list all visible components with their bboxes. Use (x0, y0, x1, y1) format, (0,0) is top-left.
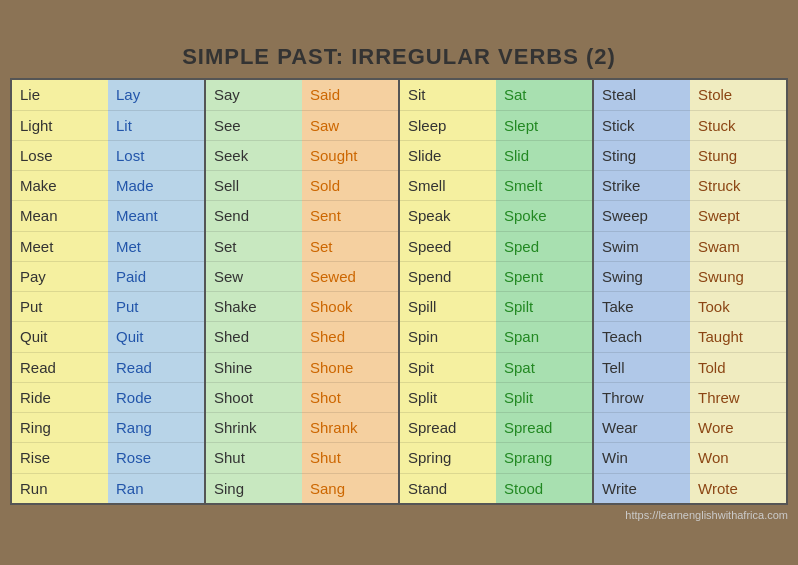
cell-col4-5: Set (302, 232, 398, 262)
column-col6: SatSleptSlidSmeltSpokeSpedSpentSpiltSpan… (496, 80, 592, 503)
cell-col8-4: Swept (690, 201, 786, 231)
cell-col7-2: Sting (594, 141, 690, 171)
cell-col4-6: Sewed (302, 262, 398, 292)
cell-col3-7: Shake (206, 292, 302, 322)
cell-col7-6: Swing (594, 262, 690, 292)
page-container: SIMPLE PAST: IRREGULAR VERBS (2) LieLigh… (0, 34, 798, 531)
column-col2: LayLitLostMadeMeantMetPaidPutQuitReadRod… (108, 80, 204, 503)
cell-col3-10: Shoot (206, 383, 302, 413)
cell-col3-2: Seek (206, 141, 302, 171)
cell-col3-11: Shrink (206, 413, 302, 443)
cell-col7-1: Stick (594, 111, 690, 141)
cell-col3-12: Shut (206, 443, 302, 473)
cell-col1-1: Light (12, 111, 108, 141)
cell-col3-9: Shine (206, 353, 302, 383)
cell-col3-4: Send (206, 201, 302, 231)
cell-col7-0: Steal (594, 80, 690, 110)
cell-col8-5: Swam (690, 232, 786, 262)
cell-col1-12: Rise (12, 443, 108, 473)
cell-col4-10: Shot (302, 383, 398, 413)
cell-col7-12: Win (594, 443, 690, 473)
cell-col3-6: Sew (206, 262, 302, 292)
cell-col7-8: Teach (594, 322, 690, 352)
cell-col4-0: Said (302, 80, 398, 110)
column-col3: SaySeeSeekSellSendSetSewShakeShedShineSh… (206, 80, 302, 503)
cell-col2-4: Meant (108, 201, 204, 231)
cell-col7-10: Throw (594, 383, 690, 413)
cell-col6-0: Sat (496, 80, 592, 110)
column-col1: LieLightLoseMakeMeanMeetPayPutQuitReadRi… (12, 80, 108, 503)
cell-col8-12: Won (690, 443, 786, 473)
cell-col2-5: Met (108, 232, 204, 262)
cell-col2-2: Lost (108, 141, 204, 171)
cell-col5-5: Speed (400, 232, 496, 262)
cell-col5-12: Spring (400, 443, 496, 473)
cell-col4-12: Shut (302, 443, 398, 473)
cell-col5-8: Spin (400, 322, 496, 352)
cell-col8-2: Stung (690, 141, 786, 171)
cell-col1-5: Meet (12, 232, 108, 262)
cell-col6-13: Stood (496, 474, 592, 503)
cell-col6-9: Spat (496, 353, 592, 383)
cell-col2-0: Lay (108, 80, 204, 110)
cell-col6-11: Spread (496, 413, 592, 443)
cell-col6-2: Slid (496, 141, 592, 171)
cell-col1-13: Run (12, 474, 108, 503)
cell-col5-2: Slide (400, 141, 496, 171)
cell-col6-7: Spilt (496, 292, 592, 322)
cell-col2-8: Quit (108, 322, 204, 352)
cell-col6-10: Split (496, 383, 592, 413)
cell-col2-1: Lit (108, 111, 204, 141)
cell-col8-8: Taught (690, 322, 786, 352)
cell-col8-9: Told (690, 353, 786, 383)
cell-col2-12: Rose (108, 443, 204, 473)
cell-col5-7: Spill (400, 292, 496, 322)
cell-col5-1: Sleep (400, 111, 496, 141)
cell-col5-4: Speak (400, 201, 496, 231)
cell-col6-3: Smelt (496, 171, 592, 201)
cell-col1-4: Mean (12, 201, 108, 231)
cell-col6-1: Slept (496, 111, 592, 141)
cell-col7-5: Swim (594, 232, 690, 262)
cell-col4-1: Saw (302, 111, 398, 141)
cell-col1-7: Put (12, 292, 108, 322)
cell-col8-3: Struck (690, 171, 786, 201)
column-col8: StoleStuckStungStruckSweptSwamSwungTookT… (690, 80, 786, 503)
cell-col8-6: Swung (690, 262, 786, 292)
cell-col8-0: Stole (690, 80, 786, 110)
cell-col4-2: Sought (302, 141, 398, 171)
cell-col7-7: Take (594, 292, 690, 322)
cell-col5-6: Spend (400, 262, 496, 292)
cell-col2-11: Rang (108, 413, 204, 443)
url-bar: https://learnenglishwithafrica.com (10, 509, 788, 521)
cell-col2-9: Read (108, 353, 204, 383)
cell-col5-13: Stand (400, 474, 496, 503)
cell-col8-13: Wrote (690, 474, 786, 503)
cell-col3-13: Sing (206, 474, 302, 503)
cell-col1-10: Ride (12, 383, 108, 413)
cell-col3-1: See (206, 111, 302, 141)
cell-col4-11: Shrank (302, 413, 398, 443)
cell-col3-3: Sell (206, 171, 302, 201)
column-col7: StealStickStingStrikeSweepSwimSwingTakeT… (594, 80, 690, 503)
cell-col4-4: Sent (302, 201, 398, 231)
column-col4: SaidSawSoughtSoldSentSetSewedShookShedSh… (302, 80, 398, 503)
cell-col4-8: Shed (302, 322, 398, 352)
cell-col1-0: Lie (12, 80, 108, 110)
cell-col4-9: Shone (302, 353, 398, 383)
cell-col1-3: Make (12, 171, 108, 201)
cell-col2-7: Put (108, 292, 204, 322)
cell-col7-4: Sweep (594, 201, 690, 231)
cell-col3-5: Set (206, 232, 302, 262)
cell-col6-6: Spent (496, 262, 592, 292)
cell-col8-11: Wore (690, 413, 786, 443)
verb-table: LieLightLoseMakeMeanMeetPayPutQuitReadRi… (10, 78, 788, 505)
cell-col1-2: Lose (12, 141, 108, 171)
cell-col5-10: Split (400, 383, 496, 413)
cell-col5-3: Smell (400, 171, 496, 201)
cell-col5-0: Sit (400, 80, 496, 110)
column-col5: SitSleepSlideSmellSpeakSpeedSpendSpillSp… (400, 80, 496, 503)
cell-col1-9: Read (12, 353, 108, 383)
cell-col2-13: Ran (108, 474, 204, 503)
cell-col6-12: Sprang (496, 443, 592, 473)
